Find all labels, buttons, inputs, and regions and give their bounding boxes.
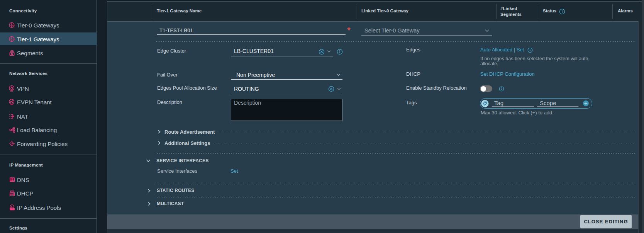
svg-text:0: 0: [11, 24, 13, 27]
svg-text:1: 1: [11, 37, 13, 41]
